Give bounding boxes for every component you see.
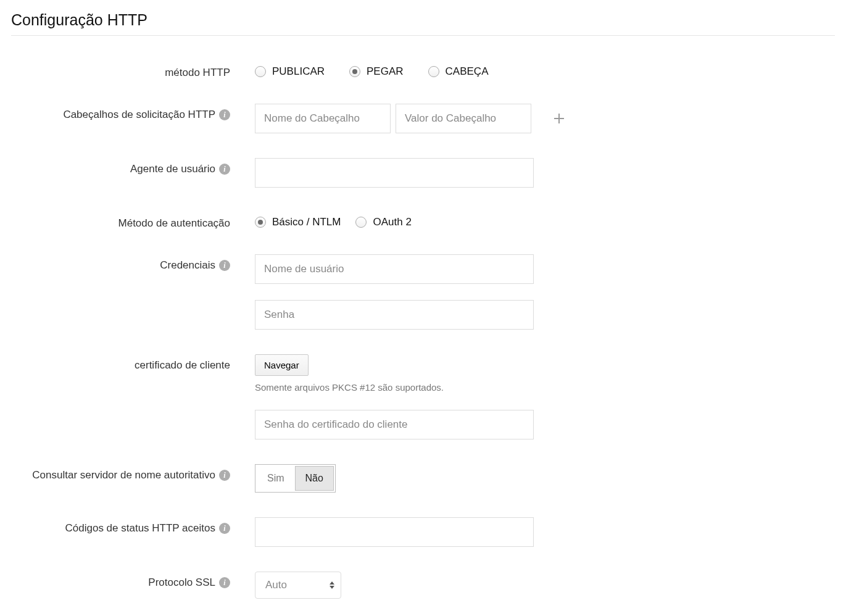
- client-cert-password-input[interactable]: [255, 410, 534, 439]
- info-icon[interactable]: i: [219, 164, 230, 175]
- password-input[interactable]: [255, 300, 534, 330]
- info-icon[interactable]: i: [219, 470, 230, 481]
- user-agent-label: Agente de usuário i: [11, 158, 255, 175]
- auth-oauth2-option[interactable]: OAuth 2: [355, 216, 411, 228]
- credentials-label: Credenciais i: [11, 254, 255, 272]
- user-agent-label-text: Agente de usuário: [130, 163, 215, 175]
- radio-label: CABEÇA: [446, 65, 489, 78]
- authoritative-ns-no[interactable]: Não: [295, 466, 334, 491]
- ssl-protocol-label-text: Protocolo SSL: [148, 576, 215, 589]
- plus-icon: [554, 113, 565, 124]
- page-title: Configuração HTTP: [11, 11, 835, 36]
- radio-label: Básico / NTLM: [272, 216, 341, 228]
- auth-method-label: Método de autenticação: [11, 212, 255, 230]
- client-cert-hint: Somente arquivos PKCS #12 são suportados…: [255, 382, 563, 393]
- http-headers-label: Cabeçalhos de solicitação HTTP i: [11, 104, 255, 121]
- accepted-codes-label: Códigos de status HTTP aceitos i: [11, 517, 255, 535]
- client-cert-label: certificado de cliente: [11, 354, 255, 372]
- add-header-button[interactable]: [551, 110, 567, 127]
- authoritative-ns-label: Consultar servidor de nome autoritativo …: [11, 464, 255, 481]
- radio-icon: [355, 217, 367, 228]
- radio-label: PUBLICAR: [272, 65, 325, 78]
- info-icon[interactable]: i: [219, 523, 230, 534]
- header-value-input[interactable]: [396, 104, 531, 133]
- radio-icon: [255, 217, 266, 228]
- info-icon[interactable]: i: [219, 260, 230, 271]
- accepted-codes-input[interactable]: [255, 517, 534, 547]
- auth-method-radio-group: Básico / NTLM OAuth 2: [255, 212, 563, 228]
- radio-label: PEGAR: [367, 65, 404, 78]
- auth-method-label-text: Método de autenticação: [118, 217, 230, 230]
- http-method-head-option[interactable]: CABEÇA: [428, 65, 489, 78]
- ssl-protocol-select[interactable]: Auto: [255, 572, 341, 599]
- authoritative-ns-label-text: Consultar servidor de nome autoritativo: [32, 469, 215, 481]
- http-method-get-option[interactable]: PEGAR: [349, 65, 404, 78]
- ssl-protocol-selected: Auto: [265, 579, 287, 591]
- authoritative-ns-yes[interactable]: Sim: [257, 466, 295, 491]
- http-method-label-text: método HTTP: [165, 67, 230, 79]
- info-icon[interactable]: i: [219, 109, 230, 120]
- http-method-post-option[interactable]: PUBLICAR: [255, 65, 325, 78]
- header-name-input[interactable]: [255, 104, 391, 133]
- user-agent-input[interactable]: [255, 158, 534, 188]
- authoritative-ns-toggle: Sim Não: [255, 464, 336, 493]
- radio-icon: [349, 66, 360, 77]
- credentials-label-text: Credenciais: [160, 259, 215, 272]
- http-method-radio-group: PUBLICAR PEGAR CABEÇA: [255, 62, 563, 78]
- accepted-codes-label-text: Códigos de status HTTP aceitos: [65, 522, 215, 535]
- radio-icon: [428, 66, 439, 77]
- radio-label: OAuth 2: [373, 216, 411, 228]
- username-input[interactable]: [255, 254, 534, 284]
- select-caret-icon: [330, 581, 334, 589]
- browse-button[interactable]: Navegar: [255, 354, 309, 376]
- info-icon[interactable]: i: [219, 577, 230, 588]
- auth-basic-option[interactable]: Básico / NTLM: [255, 216, 341, 228]
- http-headers-label-text: Cabeçalhos de solicitação HTTP: [63, 109, 215, 121]
- http-method-label: método HTTP: [11, 62, 255, 79]
- ssl-protocol-label: Protocolo SSL i: [11, 572, 255, 589]
- form-area: método HTTP PUBLICAR PEGAR CABEÇA: [11, 62, 782, 599]
- client-cert-label-text: certificado de cliente: [135, 359, 230, 372]
- radio-icon: [255, 66, 266, 77]
